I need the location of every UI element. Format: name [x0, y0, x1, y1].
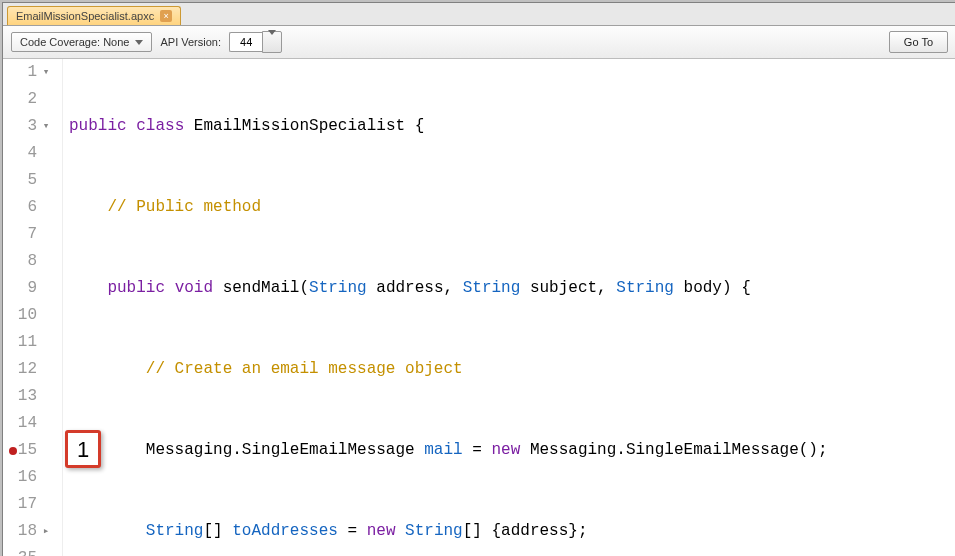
gutter-line[interactable]: 11	[3, 329, 54, 356]
file-tab[interactable]: EmailMissionSpecialist.apxc ×	[7, 6, 181, 25]
api-version-dropdown-button[interactable]	[262, 31, 282, 53]
gutter-line[interactable]: 6	[3, 194, 54, 221]
gutter-line[interactable]: 5	[3, 167, 54, 194]
breakpoint-icon[interactable]	[9, 447, 17, 455]
code-coverage-dropdown[interactable]: Code Coverage: None	[11, 32, 152, 52]
goto-button[interactable]: Go To	[889, 31, 948, 53]
code-area[interactable]: 1 1▾ 2 3▾ 4 5 6 7 8 9 10 11 12 13 14 15 …	[3, 59, 955, 556]
gutter-line[interactable]: 12	[3, 356, 54, 383]
fold-open-icon[interactable]: ▾	[41, 113, 51, 140]
tab-bar: EmailMissionSpecialist.apxc ×	[3, 3, 955, 26]
callout-1: 1	[65, 430, 101, 468]
gutter-line[interactable]: 8	[3, 248, 54, 275]
gutter-line[interactable]: 16	[3, 464, 54, 491]
gutter-line[interactable]: 15	[3, 437, 54, 464]
code-line: // Public method	[69, 194, 864, 221]
code-line: // Create an email message object	[69, 356, 864, 383]
gutter-line[interactable]: 14	[3, 410, 54, 437]
toolbar: Code Coverage: None API Version: 44 Go T…	[3, 26, 955, 59]
code-content[interactable]: public class EmailMissionSpecialist { //…	[63, 59, 864, 556]
close-icon[interactable]: ×	[160, 10, 172, 22]
gutter-line[interactable]: 35	[3, 545, 54, 556]
callout-text: 1	[77, 436, 89, 463]
api-version-select[interactable]: 44	[229, 31, 282, 53]
editor-frame: EmailMissionSpecialist.apxc × Code Cover…	[2, 2, 955, 556]
gutter-line[interactable]: 2	[3, 86, 54, 113]
gutter-line[interactable]: 13	[3, 383, 54, 410]
chevron-down-icon	[268, 30, 276, 49]
gutter-line[interactable]: 18▸	[3, 518, 54, 545]
gutter-line[interactable]: 10	[3, 302, 54, 329]
api-version-label: API Version:	[160, 36, 221, 48]
code-line: Messaging.SingleEmailMessage mail = new …	[69, 437, 864, 464]
chevron-down-icon	[135, 40, 143, 45]
goto-button-label: Go To	[904, 36, 933, 48]
gutter-line[interactable]: 17	[3, 491, 54, 518]
code-line: String[] toAddresses = new String[] {add…	[69, 518, 864, 545]
api-version-value: 44	[229, 32, 262, 52]
gutter-line[interactable]: 7	[3, 221, 54, 248]
gutter-line[interactable]: 9	[3, 275, 54, 302]
code-line: public class EmailMissionSpecialist {	[69, 113, 864, 140]
file-tab-label: EmailMissionSpecialist.apxc	[16, 10, 154, 22]
fold-open-icon[interactable]: ▾	[41, 59, 51, 86]
gutter-line[interactable]: 3▾	[3, 113, 54, 140]
gutter-line[interactable]: 4	[3, 140, 54, 167]
fold-closed-icon[interactable]: ▸	[41, 518, 51, 545]
gutter-line[interactable]: 1▾	[3, 59, 54, 86]
gutter: 1▾ 2 3▾ 4 5 6 7 8 9 10 11 12 13 14 15 16…	[3, 59, 63, 556]
code-coverage-label: Code Coverage: None	[20, 36, 129, 48]
code-line: public void sendMail(String address, Str…	[69, 275, 864, 302]
